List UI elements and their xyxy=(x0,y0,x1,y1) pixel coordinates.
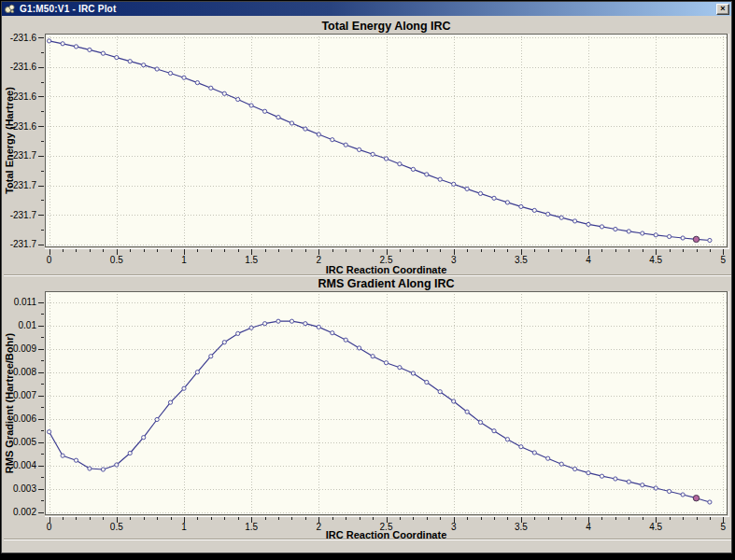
data-point[interactable] xyxy=(478,420,482,424)
data-point[interactable] xyxy=(236,97,240,101)
data-point[interactable] xyxy=(128,451,132,455)
data-point[interactable] xyxy=(452,182,456,186)
data-point[interactable] xyxy=(411,371,415,375)
data-point[interactable] xyxy=(681,236,685,240)
data-point[interactable] xyxy=(627,230,630,233)
data-point[interactable] xyxy=(668,234,671,238)
data-point[interactable] xyxy=(182,386,186,390)
data-point[interactable] xyxy=(249,326,253,329)
data-point[interactable] xyxy=(263,109,267,113)
data-point[interactable] xyxy=(654,233,657,237)
data-point[interactable] xyxy=(452,399,456,403)
data-point[interactable] xyxy=(708,238,712,242)
data-point[interactable] xyxy=(331,138,334,142)
data-point[interactable] xyxy=(61,454,64,457)
data-point[interactable] xyxy=(155,417,159,421)
data-point[interactable] xyxy=(101,468,105,471)
data-point[interactable] xyxy=(155,67,159,71)
data-point[interactable] xyxy=(641,483,644,487)
data-point[interactable] xyxy=(532,451,536,455)
data-point[interactable] xyxy=(614,227,617,231)
data-point[interactable] xyxy=(627,480,630,483)
data-point[interactable] xyxy=(74,458,78,462)
data-point[interactable] xyxy=(465,410,469,413)
data-point[interactable] xyxy=(425,380,429,384)
data-point[interactable] xyxy=(317,133,320,136)
data-point[interactable] xyxy=(88,467,92,470)
data-point[interactable] xyxy=(48,39,51,43)
data-point[interactable] xyxy=(61,42,64,46)
data-point[interactable] xyxy=(505,438,509,441)
data-point[interactable] xyxy=(290,121,293,125)
data-point[interactable] xyxy=(668,489,671,493)
data-point[interactable] xyxy=(559,462,563,466)
data-point[interactable] xyxy=(304,127,307,131)
data-point[interactable] xyxy=(115,56,119,60)
data-point[interactable] xyxy=(398,162,402,166)
data-point[interactable] xyxy=(384,157,388,161)
data-point[interactable] xyxy=(209,355,213,358)
data-point[interactable] xyxy=(182,76,186,79)
data-point[interactable] xyxy=(438,177,442,181)
data-point[interactable] xyxy=(587,222,590,226)
data-point[interactable] xyxy=(532,208,536,212)
data-point[interactable] xyxy=(88,48,92,51)
titlebar[interactable]: G1:M50:V1 - IRC Plot × xyxy=(2,2,731,16)
data-point[interactable] xyxy=(358,346,361,350)
data-point[interactable] xyxy=(546,456,550,460)
data-point[interactable] xyxy=(101,51,105,55)
data-point[interactable] xyxy=(519,445,523,449)
data-point[interactable] xyxy=(398,366,402,370)
data-point[interactable] xyxy=(222,91,226,95)
data-point[interactable] xyxy=(559,216,563,219)
data-point[interactable] xyxy=(142,63,146,67)
data-point[interactable] xyxy=(438,390,442,394)
data-point[interactable] xyxy=(371,355,375,358)
data-point[interactable] xyxy=(587,471,590,475)
data-point[interactable] xyxy=(331,331,334,335)
data-point[interactable] xyxy=(249,104,253,107)
data-point[interactable] xyxy=(74,45,78,49)
data-point[interactable] xyxy=(168,71,172,75)
data-point[interactable] xyxy=(142,436,146,440)
data-point[interactable] xyxy=(236,331,240,335)
data-point[interactable] xyxy=(600,474,603,478)
data-point[interactable] xyxy=(195,81,199,85)
data-point[interactable] xyxy=(681,493,685,497)
data-point[interactable] xyxy=(519,204,523,208)
selected-data-point[interactable] xyxy=(693,496,699,501)
data-point[interactable] xyxy=(641,231,644,235)
data-point[interactable] xyxy=(492,429,496,433)
data-point[interactable] xyxy=(168,400,172,404)
data-point[interactable] xyxy=(411,167,415,171)
data-point[interactable] xyxy=(115,463,119,467)
data-point[interactable] xyxy=(304,322,307,326)
plot-area[interactable] xyxy=(45,291,728,515)
data-point[interactable] xyxy=(465,187,469,190)
data-point[interactable] xyxy=(371,152,375,156)
data-point[interactable] xyxy=(276,116,280,119)
data-point[interactable] xyxy=(317,325,320,329)
data-point[interactable] xyxy=(209,86,213,90)
data-point[interactable] xyxy=(573,467,577,470)
data-point[interactable] xyxy=(573,219,577,223)
data-point[interactable] xyxy=(384,361,388,365)
data-point[interactable] xyxy=(492,196,496,200)
data-point[interactable] xyxy=(600,225,603,229)
data-point[interactable] xyxy=(290,319,293,323)
data-point[interactable] xyxy=(708,500,712,504)
data-point[interactable] xyxy=(425,173,429,176)
data-point[interactable] xyxy=(344,143,347,147)
data-point[interactable] xyxy=(614,477,617,481)
data-point[interactable] xyxy=(128,60,132,63)
close-button[interactable]: × xyxy=(716,4,729,15)
data-point[interactable] xyxy=(478,191,482,195)
data-point[interactable] xyxy=(546,212,550,216)
data-point[interactable] xyxy=(195,371,199,374)
data-point[interactable] xyxy=(263,322,267,326)
data-point[interactable] xyxy=(48,430,51,434)
data-point[interactable] xyxy=(505,201,509,204)
data-point[interactable] xyxy=(654,486,657,490)
data-point[interactable] xyxy=(222,341,226,344)
data-point[interactable] xyxy=(344,338,347,342)
